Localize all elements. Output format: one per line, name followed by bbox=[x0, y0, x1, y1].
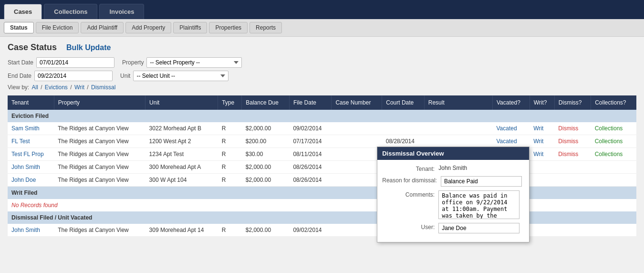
sub-nav: Status File Eviction Add Plaintiff Add P… bbox=[0, 19, 644, 37]
vacated-link[interactable]: Vacated bbox=[497, 125, 517, 132]
col-court-date: Court Date bbox=[382, 95, 424, 110]
tab-collections[interactable]: Collections bbox=[44, 4, 97, 19]
property-label: Property bbox=[122, 59, 144, 66]
col-writ: Writ? bbox=[530, 95, 554, 110]
popup-user-label: User: bbox=[382, 223, 435, 231]
dismiss-link[interactable]: Dismiss bbox=[558, 125, 578, 132]
view-by-all[interactable]: All bbox=[31, 84, 38, 91]
unit-cell: 1200 West Apt 2 bbox=[145, 135, 218, 148]
unit-select[interactable]: -- Select Unit -- bbox=[133, 71, 229, 81]
dismiss-link[interactable]: Dismiss bbox=[558, 138, 578, 145]
section-dismissal-filed: Dismissal Filed / Unit Vacated bbox=[8, 211, 636, 224]
start-date-input[interactable] bbox=[36, 57, 114, 68]
result-cell bbox=[424, 122, 492, 135]
tenant-link[interactable]: John Doe bbox=[11, 177, 36, 183]
cases-table: Tenant Property Unit Type Balance Due Fi… bbox=[8, 95, 636, 237]
balance-cell: $2,000.00 bbox=[242, 161, 290, 174]
sub-nav-properties[interactable]: Properties bbox=[209, 22, 248, 33]
unit-cell: 309 Morehead Apt 14 bbox=[145, 224, 218, 237]
dismissal-popup-body: Tenant: John Smith Reason for dismissal:… bbox=[377, 160, 529, 242]
col-file-date: File Date bbox=[289, 95, 331, 110]
bulk-update-link[interactable]: Bulk Update bbox=[66, 43, 111, 52]
unit-cell: 3022 Morhead Apt B bbox=[145, 122, 218, 135]
tenant-link[interactable]: Sam Smith bbox=[11, 125, 40, 132]
filedate-cell: 08/26/2014 bbox=[289, 174, 331, 187]
unit-group: Unit -- Select Unit -- bbox=[120, 71, 229, 81]
sub-nav-add-plaintiff[interactable]: Add Plaintiff bbox=[81, 22, 124, 33]
vacated-link[interactable]: Vacated bbox=[497, 138, 517, 145]
tenant-link[interactable]: John Smith bbox=[11, 164, 40, 170]
sub-nav-file-eviction[interactable]: File Eviction bbox=[36, 22, 79, 33]
popup-reason-input[interactable] bbox=[441, 176, 522, 187]
courtdate-cell: 08/28/2014 bbox=[382, 135, 424, 148]
tenant-link[interactable]: Test FL Prop bbox=[11, 151, 44, 158]
end-date-label: End Date bbox=[8, 73, 31, 79]
table-row: John Smith The Ridges at Canyon View 309… bbox=[8, 224, 636, 237]
popup-tenant-value: John Smith bbox=[438, 165, 467, 171]
popup-comments-textarea[interactable]: Balance was paid in office on 9/22/2014 … bbox=[438, 190, 519, 219]
filedate-cell: 08/11/2014 bbox=[289, 148, 331, 161]
table-row: Sam Smith The Ridges at Canyon View 3022… bbox=[8, 122, 636, 135]
writ-link[interactable]: Writ bbox=[533, 138, 543, 145]
dismissal-popup-header: Dissmissal Overview bbox=[377, 147, 529, 160]
view-by-dismissal[interactable]: Dismissal bbox=[91, 84, 115, 91]
start-date-group: Start Date bbox=[8, 57, 114, 68]
filedate-cell: 07/17/2014 bbox=[289, 135, 331, 148]
section-writ-filed: Writ Filed bbox=[8, 187, 636, 200]
property-cell: The Ridges at Canyon View bbox=[54, 148, 145, 161]
property-cell: The Ridges at Canyon View bbox=[54, 174, 145, 187]
col-vacated: Vacated? bbox=[493, 95, 530, 110]
popup-reason-row: Reason for dismissal: bbox=[382, 176, 524, 187]
property-select[interactable]: -- Select Property -- bbox=[146, 57, 242, 68]
writ-link[interactable]: Writ bbox=[533, 151, 543, 158]
col-tenant: Tenant bbox=[8, 95, 54, 110]
col-case-number: Case Number bbox=[332, 95, 382, 110]
tab-cases[interactable]: Cases bbox=[4, 4, 42, 19]
col-balance: Balance Due bbox=[242, 95, 290, 110]
filter-row-2: End Date Unit -- Select Unit -- bbox=[8, 71, 636, 81]
view-by: View by: All / Evictions / Writ / Dismis… bbox=[8, 84, 636, 91]
collections-link[interactable]: Collections bbox=[595, 125, 623, 132]
casenumber-cell bbox=[332, 122, 382, 135]
col-dismiss: Dismiss? bbox=[554, 95, 591, 110]
content-body: Case Status Bulk Update Start Date Prope… bbox=[0, 37, 644, 242]
property-cell: The Ridges at Canyon View bbox=[54, 161, 145, 174]
filter-row-1: Start Date Property -- Select Property -… bbox=[8, 57, 636, 68]
balance-cell: $2,000.00 bbox=[242, 122, 290, 135]
collections-link[interactable]: Collections bbox=[595, 151, 623, 158]
popup-user-input[interactable] bbox=[438, 223, 519, 233]
sub-nav-plaintiffs[interactable]: Plaintiffs bbox=[173, 22, 207, 33]
col-unit: Unit bbox=[145, 95, 218, 110]
dismissal-popup: Dissmissal Overview Tenant: John Smith R… bbox=[377, 147, 530, 242]
balance-cell: $200.00 bbox=[242, 135, 290, 148]
type-cell: R bbox=[218, 174, 242, 187]
tenant-link[interactable]: FL Test bbox=[11, 138, 30, 145]
popup-comments-row: Comments: Balance was paid in office on … bbox=[382, 190, 524, 219]
tab-invoices[interactable]: Invoices bbox=[99, 4, 144, 19]
sub-nav-add-property[interactable]: Add Property bbox=[125, 22, 171, 33]
balance-cell: $2,000.00 bbox=[242, 174, 290, 187]
sub-nav-status[interactable]: Status bbox=[4, 22, 34, 33]
popup-comments-label: Comments: bbox=[382, 190, 435, 198]
casenumber-cell bbox=[332, 148, 382, 161]
view-by-evictions[interactable]: Evictions bbox=[45, 84, 68, 91]
writ-link[interactable]: Writ bbox=[533, 125, 543, 132]
view-by-label: View by: bbox=[8, 84, 29, 91]
top-tab-bar: Cases Collections Invoices bbox=[0, 0, 644, 19]
filedate-cell: 09/02/2014 bbox=[289, 224, 331, 237]
table-row: FL Test The Ridges at Canyon View 1200 W… bbox=[8, 135, 636, 148]
view-by-writ[interactable]: Writ bbox=[74, 84, 84, 91]
result-cell bbox=[424, 135, 492, 148]
end-date-input[interactable] bbox=[34, 71, 113, 81]
unit-cell: 300 W Apt 104 bbox=[145, 174, 218, 187]
tenant-link[interactable]: John Smith bbox=[11, 227, 40, 233]
type-cell: R bbox=[218, 161, 242, 174]
dismiss-link[interactable]: Dismiss bbox=[558, 151, 578, 158]
property-cell: The Ridges at Canyon View bbox=[54, 135, 145, 148]
sub-nav-reports[interactable]: Reports bbox=[249, 22, 282, 33]
type-cell: R bbox=[218, 122, 242, 135]
collections-link[interactable]: Collections bbox=[595, 138, 623, 145]
col-result: Result bbox=[424, 95, 492, 110]
start-date-label: Start Date bbox=[8, 59, 33, 66]
col-collections: Collections? bbox=[591, 95, 636, 110]
